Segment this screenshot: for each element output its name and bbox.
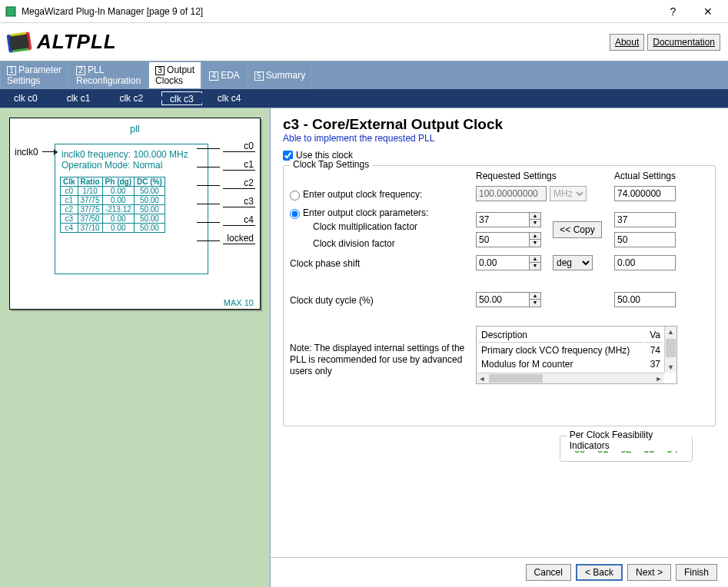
req-div-input[interactable] — [476, 232, 530, 247]
documentation-button[interactable]: Documentation — [647, 34, 720, 51]
subtab-clk-c3[interactable]: clk c3 — [161, 91, 202, 105]
app-icon — [3, 6, 18, 17]
pin-c0: c0 — [223, 141, 255, 152]
req-freq-unit-select: MHz — [550, 186, 587, 201]
schematic-mode-line: Operation Mode: Normal — [61, 160, 201, 171]
page-subtitle: Able to implement the requested PLL — [283, 133, 716, 144]
window-title: MegaWizard Plug-In Manager [page 9 of 12… — [18, 6, 656, 17]
cancel-button[interactable]: Cancel — [526, 564, 571, 581]
radio-output-parameters[interactable]: Enter output clock parameters: — [290, 207, 428, 218]
page-title: c3 - Core/External Output Clock — [283, 116, 716, 133]
back-button[interactable]: < Back — [576, 564, 623, 581]
description-table: DescriptionVa Primary clock VCO frequenc… — [477, 327, 665, 372]
req-phase-input[interactable] — [476, 255, 530, 270]
schematic-box: pll inclk0 inclk0 frequency: 100.000 MHz… — [9, 118, 261, 310]
req-duty-input[interactable] — [476, 292, 530, 307]
svg-rect-0 — [6, 7, 15, 16]
schematic-panel: pll inclk0 inclk0 frequency: 100.000 MHz… — [0, 108, 271, 587]
tab-pll-reconfiguration[interactable]: 2PLLReconfiguration — [69, 61, 148, 89]
schematic-core: inclk0 frequency: 100.000 MHz Operation … — [55, 144, 208, 274]
pin-c2: c2 — [223, 177, 255, 189]
req-duty-spinner[interactable]: ▲▼ — [530, 292, 541, 307]
phase-unit-select[interactable]: deg — [553, 255, 593, 270]
table-row: Modulus for M counter37 — [478, 358, 663, 370]
pin-locked: locked — [223, 233, 255, 244]
col-actual: Actual Settings — [614, 171, 676, 181]
pin-c4: c4 — [223, 214, 255, 226]
product-name: ALTPLL — [37, 30, 117, 54]
pin-c3: c3 — [223, 196, 255, 207]
tab-parameter-settings[interactable]: 1ParameterSettings — [0, 61, 68, 89]
label-div-factor: Clock division factor — [313, 238, 395, 249]
req-div-spinner[interactable]: ▲▼ — [530, 232, 541, 247]
chip-icon — [6, 32, 32, 53]
tab-eda[interactable]: 4EDA — [202, 61, 247, 89]
window-titlebar: MegaWizard Plug-In Manager [page 9 of 12… — [0, 0, 728, 23]
copy-button[interactable]: << Copy — [553, 221, 602, 238]
act-phase-output — [614, 255, 676, 270]
pin-c1: c1 — [223, 159, 255, 171]
close-button[interactable]: ✕ — [690, 0, 725, 22]
subtab-clk-c0[interactable]: clk c0 — [3, 91, 52, 105]
label-duty-cycle: Clock duty cycle (%) — [290, 295, 374, 306]
tab-output-clocks[interactable]: 3OutputClocks — [148, 61, 201, 89]
col-requested: Requested Settings — [476, 171, 557, 181]
schematic-title: pll — [15, 123, 255, 134]
req-freq-input — [476, 186, 547, 201]
tab-summary[interactable]: 5Summary — [248, 61, 312, 89]
req-mult-input[interactable] — [476, 212, 530, 227]
about-button[interactable]: About — [610, 34, 644, 51]
feasibility-box: Per Clock Feasibility Indicators c0 c1 c… — [560, 436, 693, 462]
finish-button[interactable]: Finish — [676, 564, 717, 581]
label-mult-factor: Clock multiplication factor — [313, 221, 417, 232]
req-phase-spinner[interactable]: ▲▼ — [530, 255, 541, 270]
advanced-note: Note: The displayed internal settings of… — [290, 343, 467, 377]
schematic-table: ClkRatioPh (dg)DC (%) c01/100.0050.00 c1… — [60, 177, 165, 233]
help-button[interactable]: ? — [656, 0, 690, 22]
subtab-clk-c1[interactable]: clk c1 — [56, 91, 105, 105]
product-logo: ALTPLL — [8, 30, 117, 54]
subtab-clk-c4[interactable]: clk c4 — [207, 91, 255, 105]
device-tag: MAX 10 — [224, 298, 254, 307]
desc-vscrollbar[interactable]: ▲▼ — [664, 327, 676, 373]
schematic-freq-line: inclk0 frequency: 100.000 MHz — [61, 149, 201, 160]
feasibility-legend: Per Clock Feasibility Indicators — [567, 429, 692, 451]
act-mult-output — [614, 212, 676, 227]
main-tabs: 1ParameterSettings 2PLLReconfiguration 3… — [0, 61, 728, 89]
label-phase-shift: Clock phase shift — [290, 258, 360, 269]
pin-inclk0: inclk0 — [15, 147, 38, 158]
subtab-clk-c2[interactable]: clk c2 — [108, 91, 157, 105]
act-freq-output — [614, 186, 676, 201]
req-mult-spinner[interactable]: ▲▼ — [530, 212, 541, 227]
desc-hscrollbar[interactable]: ◄► — [477, 373, 664, 383]
wizard-footer: Cancel < Back Next > Finish — [271, 557, 728, 587]
act-div-output — [614, 232, 676, 247]
radio-output-frequency[interactable]: Enter output clock frequency: — [290, 189, 422, 200]
header-band: ALTPLL About Documentation — [0, 23, 728, 61]
subtabs: clk c0 clk c1 clk c2 clk c3 clk c4 — [0, 89, 728, 108]
table-row: Primary clock VCO frequency (MHz)74 — [478, 344, 663, 357]
next-button[interactable]: Next > — [627, 564, 671, 581]
act-duty-output — [614, 292, 676, 307]
clock-tap-legend: Clock Tap Settings — [290, 159, 372, 170]
